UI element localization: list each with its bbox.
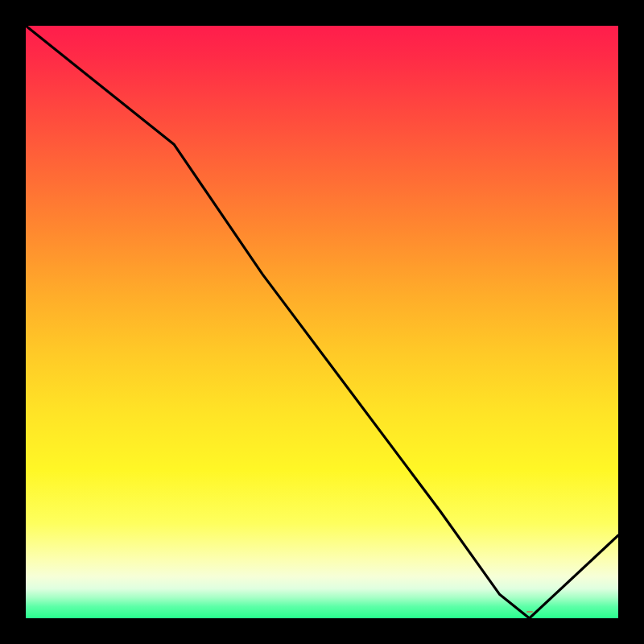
plot-area <box>26 26 618 618</box>
line-plot <box>26 26 618 618</box>
chart-container: TheBottleneck.com <box>0 0 644 644</box>
optimum-marker <box>526 611 533 613</box>
curve-line <box>26 26 618 618</box>
attribution-text: TheBottleneck.com <box>480 5 636 26</box>
